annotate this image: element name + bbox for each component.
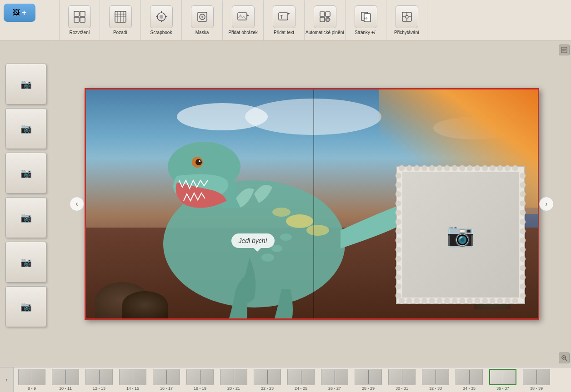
page-center-divider — [313, 89, 314, 318]
prev-page-button[interactable]: ‹ — [70, 197, 84, 211]
tool-scrapbook-label: Scrapbook — [150, 30, 172, 35]
film-thumb-1 — [52, 369, 79, 385]
stamp-photo-frame[interactable]: 📷 — [397, 167, 524, 303]
filmstrip-page-5[interactable]: 18 - 19 — [184, 368, 216, 391]
svg-point-87 — [474, 298, 480, 304]
film-thumb-11 — [388, 369, 416, 385]
cloud3 — [433, 117, 515, 139]
tool-pridat-obrazek[interactable]: Přidat obrázek — [223, 0, 264, 40]
tool-scrapbook[interactable]: Scrapbook — [141, 0, 182, 40]
right-panel — [557, 41, 571, 367]
maska-icon — [191, 5, 214, 28]
filmstrip-page-0[interactable]: 8 - 9 — [15, 368, 48, 391]
film-thumb-15 — [523, 369, 550, 385]
tool-automaticke-plneni[interactable]: ⚙ Automatické plnění — [305, 0, 346, 40]
tool-prichytavani-label: Přichytávání — [394, 30, 419, 35]
svg-point-18 — [201, 16, 203, 18]
rozvrZeni-icon — [68, 5, 91, 28]
svg-point-91 — [505, 298, 511, 304]
film-label-3: 14 - 15 — [126, 386, 139, 391]
svg-text:⚙: ⚙ — [326, 18, 330, 22]
tool-maska-label: Maska — [195, 30, 209, 35]
pridat-obrazek-icon — [232, 5, 255, 28]
filmstrip-page-2[interactable]: 12 - 13 — [83, 368, 115, 391]
tool-pozadi[interactable]: Pozadí — [100, 0, 141, 40]
filmstrip-page-8[interactable]: 24 - 25 — [285, 368, 317, 391]
thumbnail-3[interactable]: 📷 — [5, 153, 46, 194]
filmstrip-page-14[interactable]: 36 - 37 — [486, 368, 519, 391]
tool-prichytavani[interactable]: Přichytávání — [386, 0, 427, 40]
filmstrip-page-10[interactable]: 28 - 29 — [352, 368, 385, 391]
film-label-8: 24 - 25 — [295, 386, 307, 391]
filmstrip-prev-button[interactable]: ‹ — [0, 367, 14, 392]
svg-point-55 — [271, 245, 282, 252]
film-thumb-14 — [489, 369, 516, 385]
thumbnail-6[interactable]: 📷 — [5, 286, 46, 327]
thumbnail-2[interactable]: 📷 — [5, 108, 46, 149]
filmstrip-page-3[interactable]: 14 - 15 — [116, 368, 149, 391]
svg-rect-1 — [80, 11, 85, 16]
svg-point-59 — [306, 225, 329, 236]
film-thumb-9 — [321, 369, 348, 385]
film-thumb-3 — [119, 369, 146, 385]
svg-point-82 — [436, 298, 442, 304]
tool-stranky[interactable]: +/- Stránky +/- — [346, 0, 386, 40]
plus-icon: + — [22, 8, 27, 18]
thumbnail-4[interactable]: 📷 — [5, 197, 46, 238]
scrapbook-icon — [150, 5, 173, 28]
filmstrip-page-12[interactable]: 32 - 33 — [419, 368, 452, 391]
camera-icon-5: 📷 — [20, 257, 32, 268]
stranky-icon: +/- — [355, 5, 377, 28]
svg-rect-27 — [320, 12, 325, 16]
filmstrip-page-4[interactable]: 16 - 17 — [150, 368, 183, 391]
film-thumb-7 — [254, 369, 281, 385]
canvas-area: ‹ › — [66, 41, 557, 367]
stamp-camera-icon: 📷 — [446, 222, 475, 248]
tool-maska[interactable]: Maska — [182, 0, 223, 40]
svg-point-11 — [160, 15, 163, 19]
film-label-7: 22 - 23 — [261, 386, 274, 391]
film-label-10: 28 - 29 — [362, 386, 375, 391]
text-icon-button[interactable] — [559, 45, 570, 55]
sidebar: › ↕ 📷 📷 📷 📷 📷 📷 — [0, 41, 52, 367]
tool-pridat-text[interactable]: T Přidat text — [264, 0, 305, 40]
filmstrip-page-15[interactable]: 38 - 39 — [520, 368, 553, 391]
thumbnail-5[interactable]: 📷 — [5, 242, 46, 283]
book-spread[interactable]: Jedl bych! — [85, 88, 539, 320]
svg-point-92 — [512, 298, 518, 304]
filmstrip-page-11[interactable]: 30 - 31 — [386, 368, 418, 391]
filmstrip-page-13[interactable]: 34 - 35 — [453, 368, 486, 391]
filmstrip-page-6[interactable]: 20 - 21 — [217, 368, 250, 391]
zoom-button[interactable] — [559, 352, 570, 363]
image-icon: 🖼 — [13, 9, 20, 17]
svg-point-83 — [444, 298, 450, 304]
film-label-5: 18 - 19 — [194, 386, 206, 391]
film-label-13: 34 - 35 — [463, 386, 476, 391]
toolbar: 🖼 + Rozvržení Pozadí — [0, 0, 571, 41]
film-thumb-6 — [220, 369, 247, 385]
filmstrip-page-9[interactable]: 26 - 27 — [318, 368, 351, 391]
film-thumb-4 — [153, 369, 180, 385]
camera-icon-3: 📷 — [20, 168, 32, 179]
film-label-2: 12 - 13 — [93, 386, 105, 391]
prichytavani-icon — [396, 5, 418, 28]
svg-point-60 — [272, 208, 291, 217]
thumbnail-1[interactable]: 📷 — [5, 64, 46, 104]
tool-rozvrZeni-label: Rozvržení — [69, 30, 90, 35]
tool-pozadi-label: Pozadí — [113, 30, 127, 35]
svg-point-80 — [421, 298, 427, 304]
tool-rozvrZeni[interactable]: Rozvržení — [59, 0, 100, 40]
svg-point-40 — [406, 15, 408, 18]
film-label-1: 10 - 11 — [59, 386, 72, 391]
filmstrip-page-1[interactable]: 10 - 11 — [49, 368, 82, 391]
pridat-text-icon: T — [273, 5, 296, 28]
add-button[interactable]: 🖼 + — [4, 4, 35, 22]
next-page-button[interactable]: › — [539, 197, 554, 211]
filmstrip-items: 8 - 9 10 - 11 12 - 13 14 - 15 16 - 17 — [14, 367, 571, 392]
stamp-inner: 📷 — [402, 172, 519, 298]
camera-icon-1: 📷 — [20, 79, 32, 89]
filmstrip-page-7[interactable]: 22 - 23 — [251, 368, 284, 391]
tool-stranky-label: Stránky +/- — [355, 30, 377, 35]
tool-pridat-text-label: Přidat text — [274, 30, 294, 35]
camera-icon-6: 📷 — [20, 301, 32, 312]
